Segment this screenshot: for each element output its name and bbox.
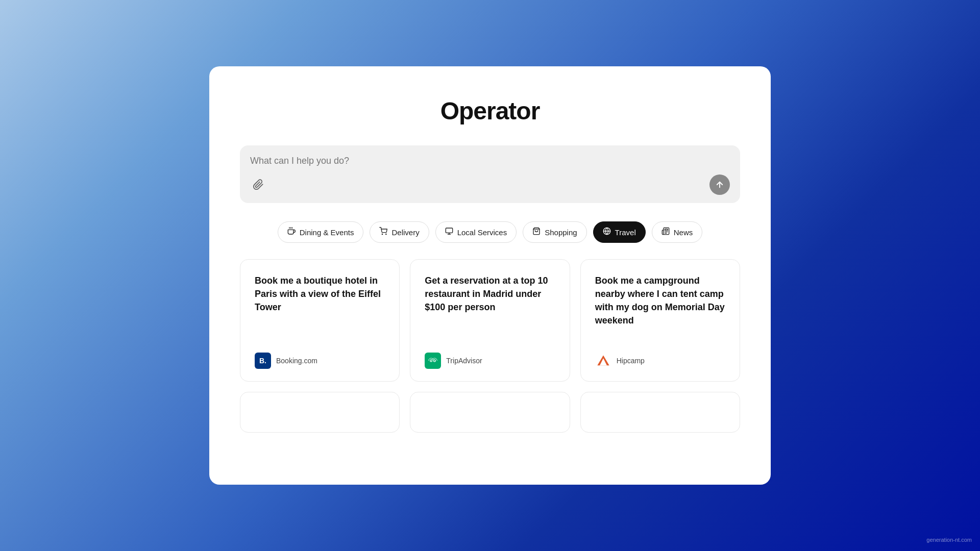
cards-grid: Book me a boutique hotel in Paris with a… (240, 259, 740, 433)
card-hipcamp-text: Book me a campground nearby where I can … (595, 274, 725, 340)
pill-delivery[interactable]: Delivery (370, 221, 429, 243)
travel-icon (603, 227, 611, 237)
pill-dining[interactable]: Dining & Events (278, 221, 364, 243)
delivery-icon (379, 227, 387, 237)
svg-point-15 (434, 360, 435, 362)
tripadvisor-brand-name: TripAdvisor (446, 357, 482, 365)
pill-news[interactable]: News (652, 221, 703, 243)
travel-label: Travel (615, 228, 636, 237)
card-tripadvisor[interactable]: Get a reservation at a top 10 restaurant… (410, 259, 570, 382)
booking-logo: B. (255, 353, 271, 369)
dining-label: Dining & Events (300, 228, 354, 237)
local-services-label: Local Services (457, 228, 507, 237)
watermark: generation-nt.com (926, 537, 972, 543)
news-icon (662, 227, 670, 237)
svg-rect-6 (446, 228, 452, 233)
delivery-label: Delivery (391, 228, 419, 237)
category-pills: Dining & Events Delivery Local Services … (278, 221, 703, 243)
svg-point-14 (431, 360, 432, 362)
send-button[interactable] (709, 174, 730, 195)
main-card: Operator Dining & Events (209, 66, 771, 485)
app-title: Operator (440, 97, 540, 125)
card-booking[interactable]: Book me a boutique hotel in Paris with a… (240, 259, 400, 382)
search-input[interactable] (250, 156, 730, 166)
booking-brand-name: Booking.com (276, 357, 317, 365)
partial-card-2[interactable] (410, 392, 570, 433)
card-hipcamp-brand: Hipcamp (595, 353, 725, 369)
card-tripadvisor-text: Get a reservation at a top 10 restaurant… (425, 274, 555, 340)
attach-icon[interactable] (250, 177, 266, 193)
card-booking-text: Book me a boutique hotel in Paris with a… (255, 274, 385, 340)
card-tripadvisor-brand: TripAdvisor (425, 353, 555, 369)
hipcamp-logo (595, 353, 611, 369)
search-box (240, 145, 740, 203)
local-services-icon (445, 227, 453, 237)
partial-card-3[interactable] (580, 392, 740, 433)
card-booking-brand: B. Booking.com (255, 353, 385, 369)
shopping-label: Shopping (545, 228, 577, 237)
shopping-icon (532, 227, 541, 237)
pill-local-services[interactable]: Local Services (435, 221, 517, 243)
dining-icon (287, 227, 296, 237)
hipcamp-brand-name: Hipcamp (617, 357, 645, 365)
svg-point-4 (382, 234, 383, 234)
news-label: News (674, 228, 693, 237)
pill-shopping[interactable]: Shopping (523, 221, 586, 243)
tripadvisor-logo (425, 353, 441, 369)
pill-travel[interactable]: Travel (593, 221, 646, 243)
svg-point-5 (386, 234, 386, 234)
partial-card-1[interactable] (240, 392, 400, 433)
card-hipcamp[interactable]: Book me a campground nearby where I can … (580, 259, 740, 382)
